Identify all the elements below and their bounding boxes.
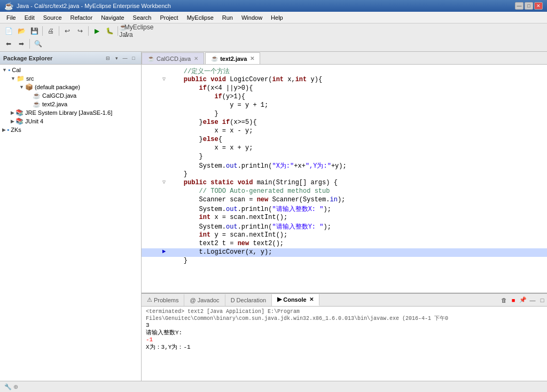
line-text-3: if(x<4 ||y>0){ bbox=[168, 84, 253, 92]
line-text-19: System.out.println("请输入整数Y: "); bbox=[168, 222, 331, 231]
bottom-panel-maximize[interactable]: □ bbox=[537, 295, 547, 305]
package-explorer-header: Package Explorer ⊟ ▾ — □ bbox=[0, 52, 141, 65]
code-line-19: System.out.println("请输入整数Y: "); bbox=[142, 222, 547, 231]
line-text-22: t.LogicCover(x, y); bbox=[168, 248, 272, 256]
maximize-button[interactable]: □ bbox=[525, 2, 533, 10]
status-bar: 🔧 ⊕ bbox=[0, 381, 547, 392]
code-line-7: }else if(x>=5){ bbox=[142, 119, 547, 127]
pe-maximize-button[interactable]: □ bbox=[129, 54, 138, 62]
console-content: <terminated> text2 [Java Application] E:… bbox=[142, 307, 547, 381]
menu-item-help[interactable]: Help bbox=[267, 13, 287, 22]
console-pin-button[interactable]: 📌 bbox=[518, 295, 528, 305]
console-stop-button[interactable]: ■ bbox=[509, 295, 518, 305]
menu-item-search[interactable]: Search bbox=[129, 13, 156, 22]
line-text-21: text2 t = new text2(); bbox=[168, 240, 284, 247]
main-area: Package Explorer ⊟ ▾ — □ ▼ ▪ Cal ▼ 📁 src… bbox=[0, 52, 547, 381]
text2-tab-close[interactable]: ✕ bbox=[250, 56, 254, 61]
tree-item-src[interactable]: ▼ 📁 src bbox=[1, 74, 140, 83]
tab-problems[interactable]: ⚠ Problems bbox=[142, 294, 184, 306]
pe-collapse-button[interactable]: ⊟ bbox=[104, 54, 112, 62]
jre-expand[interactable]: ▶ bbox=[11, 110, 14, 115]
bottom-tabs: ⚠ Problems @ Javadoc D Declaration ▶ Con… bbox=[142, 294, 547, 307]
menu-item-myeclipse[interactable]: MyEclipse bbox=[183, 13, 218, 22]
back-button[interactable]: ⬅ bbox=[3, 38, 14, 50]
app-icon: ☕ bbox=[4, 2, 13, 10]
menu-item-run[interactable]: Run bbox=[218, 13, 237, 22]
code-line-11: } bbox=[142, 153, 547, 161]
tree-item-text2[interactable]: ▶ ☕ text2.java bbox=[1, 100, 140, 108]
src-expand-arrow[interactable]: ▼ bbox=[11, 76, 15, 81]
tree-item-cal[interactable]: ▼ ▪ Cal bbox=[1, 66, 140, 74]
toolbar-myeclipse[interactable]: MyEclipse J bbox=[133, 25, 145, 37]
line-text-17: System.out.println("请输入整数X: "); bbox=[168, 205, 331, 214]
tree-item-jre[interactable]: ▶ 📚 JRE System Library [JavaSE-1.6] bbox=[1, 108, 140, 117]
java-file-icon: ☕ bbox=[33, 92, 41, 99]
text2-label: text2.java bbox=[42, 101, 67, 107]
tab-declaration[interactable]: D Declaration bbox=[225, 294, 272, 306]
tab-calgcd[interactable]: ☕ CalGCD.java ✕ bbox=[142, 52, 204, 64]
menu-item-refactor[interactable]: Refactor bbox=[66, 13, 97, 22]
redo-button[interactable]: ↪ bbox=[74, 25, 86, 37]
forward-button[interactable]: ➡ bbox=[15, 38, 27, 50]
line-arrow-14: ▽ bbox=[160, 179, 168, 185]
code-line-23: } bbox=[142, 257, 547, 265]
console-clear-button[interactable]: 🗑 bbox=[499, 295, 509, 305]
menu-item-edit[interactable]: Edit bbox=[20, 13, 39, 22]
menu-item-window[interactable]: Window bbox=[237, 13, 267, 22]
tab-console[interactable]: ▶ Console ✕ bbox=[272, 294, 319, 306]
javadoc-tab-icon: @ bbox=[190, 297, 196, 303]
calgcd-label: CalGCD.java bbox=[42, 92, 76, 99]
zks-expand[interactable]: ▶ bbox=[2, 127, 6, 132]
junit4-expand[interactable]: ▶ bbox=[11, 119, 14, 124]
open-button[interactable]: 📂 bbox=[15, 25, 27, 37]
undo-button[interactable]: ↩ bbox=[61, 25, 73, 37]
default-pkg-expand[interactable]: ▼ bbox=[19, 84, 24, 90]
editor-bottom-container: ☕ CalGCD.java ✕ ☕ text2.java ✕ bbox=[142, 52, 547, 381]
menu-item-file[interactable]: File bbox=[2, 13, 20, 22]
cal-expand-arrow[interactable]: ▼ bbox=[2, 67, 7, 73]
code-line-20: int y = scan.nextInt(); bbox=[142, 231, 547, 240]
status-left-icons: 🔧 ⊕ bbox=[4, 383, 18, 390]
pe-menu-button[interactable]: ▾ bbox=[112, 54, 121, 62]
junit4-label: JUnit 4 bbox=[25, 118, 43, 124]
package-icon: 📦 bbox=[25, 83, 33, 91]
run-button[interactable]: ▶ bbox=[91, 25, 103, 37]
menu-item-source[interactable]: Source bbox=[39, 13, 66, 22]
menu-item-navigate[interactable]: Navigate bbox=[97, 13, 128, 22]
bottom-panel-minimize[interactable]: — bbox=[528, 295, 537, 305]
line-text-5: y = y + 1; bbox=[168, 101, 268, 109]
new-button[interactable]: 📄 bbox=[3, 25, 14, 37]
editor-scroll[interactable]: //定义一个方法 ▽ public void LogicCover(int x,… bbox=[142, 65, 547, 293]
line-text-9: }else{ bbox=[168, 136, 222, 143]
calgcd-tab-close[interactable]: ✕ bbox=[194, 56, 198, 61]
tab-javadoc[interactable]: @ Javadoc bbox=[184, 294, 225, 306]
editor-tabs: ☕ CalGCD.java ✕ ☕ text2.java ✕ bbox=[142, 52, 547, 65]
code-line-4: if(y>1){ bbox=[142, 93, 547, 101]
console-line2: 请输入整数Y: bbox=[146, 328, 543, 336]
tree-item-zks[interactable]: ▶ ▪ ZKs bbox=[1, 126, 140, 134]
search-global-button[interactable]: 🔍 bbox=[32, 38, 44, 50]
line-text-20: int y = scan.nextInt(); bbox=[168, 231, 287, 239]
pe-minimize-button[interactable]: — bbox=[121, 54, 129, 62]
code-line-13: } bbox=[142, 170, 547, 179]
line-text-8: x = x - y; bbox=[168, 127, 253, 135]
line-text-1: //定义一个方法 bbox=[168, 67, 230, 76]
minimize-button[interactable]: — bbox=[515, 2, 523, 10]
tab-text2[interactable]: ☕ text2.java ✕ bbox=[205, 52, 260, 64]
debug-button[interactable]: 🐛 bbox=[104, 25, 115, 37]
save-button[interactable]: 💾 bbox=[28, 25, 40, 37]
package-explorer-tree: ▼ ▪ Cal ▼ 📁 src ▼ 📦 (default package) ▶ … bbox=[0, 65, 141, 381]
close-button[interactable]: ✕ bbox=[534, 2, 543, 10]
line-text-7: }else if(x>=5){ bbox=[168, 119, 257, 126]
tree-item-calgcd[interactable]: ▶ ☕ CalGCD.java bbox=[1, 91, 140, 100]
console-tab-close[interactable]: ✕ bbox=[309, 296, 314, 302]
tree-item-default-pkg[interactable]: ▼ 📦 (default package) bbox=[1, 83, 140, 91]
tab-console-label: Console bbox=[283, 296, 306, 303]
print-button[interactable]: 🖨 bbox=[45, 25, 57, 37]
code-line-15: // TODO Auto-generated method stub bbox=[142, 187, 547, 196]
tree-item-junit4[interactable]: ▶ 📚 JUnit 4 bbox=[1, 117, 140, 126]
console-line1: 3 bbox=[146, 322, 543, 328]
menu-item-project[interactable]: Project bbox=[155, 13, 182, 22]
line-text-2: public void LogicCover(int x,int y){ bbox=[168, 76, 322, 83]
package-explorer: Package Explorer ⊟ ▾ — □ ▼ ▪ Cal ▼ 📁 src… bbox=[0, 52, 142, 381]
